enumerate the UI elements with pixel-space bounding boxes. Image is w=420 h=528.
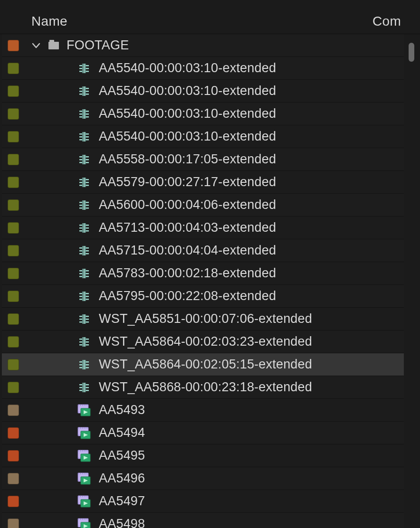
project-item-row[interactable]: WST_AA5864-00:02:03:23-extended bbox=[2, 330, 404, 353]
label-color-swatch[interactable] bbox=[8, 291, 19, 302]
project-item-row[interactable]: AA5494 bbox=[2, 422, 404, 444]
item-name[interactable]: AA5795-00:00:22:08-extended bbox=[99, 289, 276, 303]
label-color-swatch[interactable] bbox=[8, 222, 19, 234]
svg-rect-4 bbox=[86, 65, 89, 66]
item-name[interactable]: WST_AA5864-00:02:03:23-extended bbox=[99, 334, 312, 349]
item-name[interactable]: WST_AA5868-00:00:23:18-extended bbox=[99, 380, 312, 395]
label-color-swatch[interactable] bbox=[8, 519, 19, 528]
project-item-row[interactable]: AA5579-00:00:27:17-extended bbox=[2, 171, 404, 194]
label-color-swatch[interactable] bbox=[8, 245, 19, 256]
item-name[interactable]: AA5600-00:00:04:06-extended bbox=[99, 198, 276, 212]
project-item-row[interactable]: AA5540-00:00:03:10-extended bbox=[2, 57, 404, 80]
project-item-row[interactable]: AA5540-00:00:03:10-extended bbox=[2, 103, 404, 125]
svg-rect-121 bbox=[86, 361, 89, 363]
svg-rect-118 bbox=[79, 361, 83, 363]
composition-icon bbox=[78, 62, 90, 75]
svg-rect-12 bbox=[79, 94, 83, 95]
project-item-row[interactable]: WST_AA5851-00:00:07:06-extended bbox=[2, 308, 404, 330]
svg-rect-32 bbox=[86, 136, 89, 138]
project-item-row[interactable]: AA5558-00:00:17:05-extended bbox=[2, 148, 404, 171]
item-name[interactable]: AA5497 bbox=[99, 494, 145, 509]
label-color-swatch[interactable] bbox=[8, 405, 19, 416]
project-item-row[interactable]: AA5493 bbox=[2, 399, 404, 422]
label-color-swatch[interactable] bbox=[8, 268, 19, 279]
svg-rect-209 bbox=[81, 519, 82, 519]
label-color-swatch[interactable] bbox=[8, 85, 19, 97]
label-color-swatch[interactable] bbox=[8, 40, 19, 51]
label-color-swatch[interactable] bbox=[8, 313, 19, 325]
project-item-row[interactable]: AA5540-00:00:03:10-extended bbox=[2, 125, 404, 148]
item-name[interactable]: WST_AA5851-00:00:07:06-extended bbox=[99, 311, 312, 326]
project-item-row[interactable]: AA5540-00:00:03:10-extended bbox=[2, 80, 404, 103]
bin-row[interactable]: FOOTAGE bbox=[2, 34, 404, 57]
svg-rect-54 bbox=[84, 200, 85, 210]
label-color-swatch[interactable] bbox=[8, 63, 19, 74]
vertical-scrollbar[interactable] bbox=[409, 43, 415, 62]
svg-rect-69 bbox=[86, 230, 89, 232]
svg-rect-40 bbox=[86, 156, 89, 158]
svg-rect-57 bbox=[79, 207, 83, 209]
item-name[interactable]: AA5540-00:00:03:10-extended bbox=[99, 84, 276, 98]
project-item-row[interactable]: AA5795-00:00:22:08-extended bbox=[2, 285, 404, 308]
svg-rect-100 bbox=[79, 316, 83, 317]
item-name[interactable]: AA5540-00:00:03:10-extended bbox=[99, 106, 276, 121]
label-color-swatch[interactable] bbox=[8, 450, 19, 462]
item-name[interactable]: AA5540-00:00:03:10-extended bbox=[99, 61, 276, 75]
label-color-swatch[interactable] bbox=[8, 154, 19, 165]
svg-rect-15 bbox=[86, 94, 89, 95]
label-color-swatch[interactable] bbox=[8, 336, 19, 348]
project-item-row[interactable]: AA5495 bbox=[2, 444, 404, 467]
label-color-swatch[interactable] bbox=[8, 496, 19, 507]
item-name[interactable]: AA5495 bbox=[99, 448, 145, 463]
project-item-row[interactable]: WST_AA5868-00:00:23:18-extended bbox=[2, 376, 404, 399]
project-item-row[interactable]: AA5498 bbox=[2, 513, 404, 528]
svg-rect-38 bbox=[79, 159, 83, 160]
label-color-swatch[interactable] bbox=[8, 108, 19, 120]
column-header-comment[interactable]: Com bbox=[372, 14, 420, 29]
label-color-swatch[interactable] bbox=[8, 199, 19, 211]
svg-rect-11 bbox=[79, 91, 83, 92]
item-name[interactable]: AA5579-00:00:27:17-extended bbox=[99, 175, 276, 189]
svg-rect-52 bbox=[82, 178, 83, 187]
svg-rect-134 bbox=[85, 383, 86, 392]
label-color-swatch[interactable] bbox=[8, 427, 19, 439]
scrollbar-thumb[interactable] bbox=[409, 43, 414, 62]
svg-rect-195 bbox=[81, 496, 82, 497]
svg-rect-153 bbox=[81, 427, 82, 428]
item-name[interactable]: AA5493 bbox=[99, 403, 145, 417]
svg-rect-29 bbox=[79, 136, 83, 138]
project-item-row[interactable]: AA5715-00:00:04:04-extended bbox=[2, 239, 404, 262]
svg-rect-152 bbox=[79, 427, 80, 428]
label-color-swatch[interactable] bbox=[8, 131, 19, 142]
label-color-swatch[interactable] bbox=[8, 359, 19, 370]
svg-rect-28 bbox=[79, 133, 83, 135]
label-color-swatch[interactable] bbox=[8, 473, 19, 484]
label-color-swatch[interactable] bbox=[8, 177, 19, 188]
project-item-row[interactable]: AA5496 bbox=[2, 467, 404, 490]
composition-icon-slot bbox=[77, 153, 91, 166]
composition-icon-slot bbox=[77, 358, 91, 371]
item-name[interactable]: AA5494 bbox=[99, 425, 145, 440]
item-name[interactable]: AA5783-00:00:02:18-extended bbox=[99, 266, 276, 281]
composition-icon bbox=[78, 131, 90, 143]
project-item-row[interactable]: AA5600-00:00:04:06-extended bbox=[2, 194, 404, 217]
project-item-row[interactable]: AA5713-00:00:04:03-extended bbox=[2, 217, 404, 239]
svg-rect-154 bbox=[83, 427, 84, 428]
svg-rect-196 bbox=[83, 496, 84, 497]
item-name[interactable]: AA5498 bbox=[99, 517, 145, 528]
column-header-name[interactable]: Name bbox=[0, 14, 372, 29]
item-name[interactable]: AA5496 bbox=[99, 471, 145, 486]
project-item-row[interactable]: AA5497 bbox=[2, 490, 404, 513]
expand-toggle[interactable] bbox=[30, 40, 42, 51]
project-item-row[interactable]: AA5783-00:00:02:18-extended bbox=[2, 262, 404, 285]
item-name[interactable]: AA5540-00:00:03:10-extended bbox=[99, 129, 276, 144]
item-name[interactable]: AA5558-00:00:17:05-extended bbox=[99, 152, 276, 167]
project-item-row[interactable]: WST_AA5864-00:02:05:15-extended bbox=[2, 353, 404, 376]
item-name[interactable]: AA5715-00:00:04:04-extended bbox=[99, 243, 276, 258]
bin-name[interactable]: FOOTAGE bbox=[67, 38, 129, 53]
svg-rect-143 bbox=[79, 412, 80, 413]
item-name[interactable]: AA5713-00:00:04:03-extended bbox=[99, 220, 276, 235]
label-color-swatch[interactable] bbox=[8, 382, 19, 393]
svg-rect-91 bbox=[79, 293, 83, 294]
item-name[interactable]: WST_AA5864-00:02:05:15-extended bbox=[99, 357, 312, 372]
